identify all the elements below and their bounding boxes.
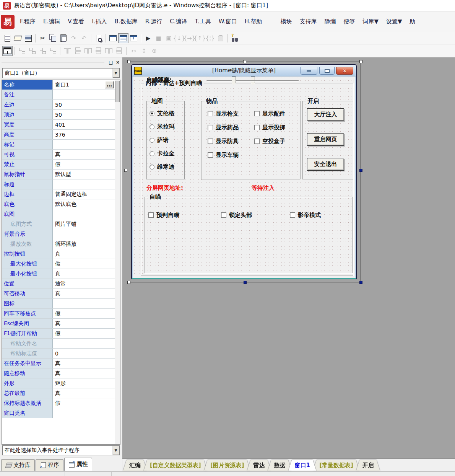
toolbar-icon[interactable] — [106, 34, 106, 42]
open-file-icon[interactable] — [13, 33, 23, 43]
property-row[interactable]: 鼠标指针 默认型 … — [2, 170, 115, 179]
run-icon[interactable]: ▶ — [143, 33, 153, 43]
property-row[interactable]: 图标 … — [2, 299, 115, 309]
document-tab[interactable]: [自定义数据类型表] — [144, 460, 207, 471]
property-row[interactable]: 外形 矩形 … — [2, 378, 115, 388]
toolbar-icon[interactable] — [141, 34, 141, 42]
property-row[interactable]: 帮助文件名 … — [2, 339, 115, 349]
cut-icon[interactable]: ✂ — [37, 33, 48, 43]
map-radio-option[interactable]: 维寒迪 — [150, 163, 174, 170]
toolbar-icon[interactable] — [15, 47, 15, 55]
launch-button[interactable]: 重启网页 — [307, 133, 344, 146]
document-tab[interactable]: 雷达 — [247, 460, 271, 471]
property-row[interactable]: 窗口类名 … — [2, 408, 115, 418]
center-horizontal-icon[interactable] — [62, 46, 73, 56]
resize-handle[interactable] — [244, 281, 247, 284]
chevron-down-icon[interactable]: ▼ — [112, 446, 119, 455]
tab-support-library[interactable]: 支持库 — [1, 459, 35, 471]
map-radio-option[interactable]: 卡拉金 — [150, 150, 174, 157]
align-bottom-icon[interactable] — [48, 46, 58, 56]
toolbar-icon[interactable] — [227, 34, 228, 42]
step-out-icon[interactable]: {↑} — [195, 33, 205, 43]
distribute-vertical-icon[interactable] — [93, 46, 104, 56]
property-row[interactable]: Esc键关闭 真 … — [2, 319, 115, 329]
designed-form[interactable]: PUBG [Home键/隐藏显示菜单] 内部：雷达+预判自瞄 地图 — [131, 64, 357, 279]
document-tab[interactable]: [图片资源表] — [204, 460, 250, 471]
item-checkbox[interactable]: 空投盒子 — [254, 138, 285, 145]
item-checkbox[interactable]: 显示防具 — [208, 138, 239, 145]
property-row[interactable]: 顶边 50 … — [2, 110, 115, 120]
align-middle-icon[interactable] — [83, 46, 93, 56]
search-binoculars-icon[interactable] — [230, 33, 240, 43]
paste-icon[interactable] — [58, 33, 68, 43]
menu-item[interactable]: W.窗口 — [215, 16, 241, 28]
property-row[interactable]: 播放次数 循环播放 … — [2, 239, 115, 249]
property-row[interactable]: 在任务条中显示 真 … — [2, 359, 115, 368]
document-tab[interactable]: [常量数据表] — [313, 460, 359, 471]
save-icon[interactable] — [23, 33, 33, 43]
aim-checkbox[interactable]: 锁定头部 — [221, 212, 252, 218]
property-row[interactable]: 回车下移焦点 假 … — [2, 309, 115, 319]
document-tab[interactable]: 数据 — [268, 460, 291, 471]
menu-item[interactable]: R.运行 — [141, 16, 166, 28]
launch-button[interactable]: 大厅注入 — [307, 108, 344, 121]
chevron-down-icon[interactable]: ▼ — [112, 68, 119, 78]
property-row[interactable]: 最大化按钮 假 … — [2, 259, 115, 269]
map-radio-option[interactable]: 米拉玛 — [150, 123, 174, 130]
layout-full-icon[interactable] — [108, 33, 118, 43]
property-grid-scrollbar[interactable] — [115, 80, 120, 444]
property-row[interactable]: F1键打开帮助 假 … — [2, 329, 115, 339]
property-row[interactable]: 位置 通常 … — [2, 279, 115, 289]
property-row[interactable]: 可视 真 … — [2, 150, 115, 160]
minimize-button[interactable] — [301, 67, 317, 75]
resize-handle[interactable] — [359, 169, 362, 172]
menu-item[interactable]: 助 — [406, 16, 419, 28]
scrollbar-thumb[interactable] — [115, 81, 120, 102]
run-to-cursor-icon[interactable]: {¦} — [205, 33, 215, 43]
layout-split-icon[interactable] — [118, 33, 128, 43]
property-row[interactable]: 名称 窗口1 … — [2, 80, 115, 90]
align-left-icon[interactable] — [17, 46, 27, 56]
property-row[interactable]: 备注 … — [2, 90, 115, 100]
property-row[interactable]: 标题 … — [2, 179, 115, 189]
property-row[interactable]: 高度 376 … — [2, 130, 115, 140]
resize-handle[interactable] — [127, 60, 130, 63]
same-width-icon[interactable]: ↔ — [128, 46, 139, 56]
align-top-icon[interactable] — [37, 46, 48, 56]
find-icon[interactable] — [93, 33, 104, 43]
align-right-icon[interactable] — [27, 46, 37, 56]
panel-drag-handle[interactable] — [2, 62, 104, 63]
menu-item[interactable]: E.编辑 — [39, 16, 64, 28]
resize-handle[interactable] — [359, 60, 362, 63]
toolbar-icon[interactable] — [126, 47, 127, 55]
item-checkbox[interactable]: 显示药品 — [208, 124, 239, 131]
document-tab[interactable]: 窗口1 — [288, 460, 316, 471]
property-row[interactable]: 控制按钮 真 … — [2, 249, 115, 259]
object-selector[interactable]: 窗口1（窗口） ▼ — [2, 68, 120, 78]
redo-icon[interactable]: ↷ — [68, 33, 79, 43]
menu-item[interactable]: 支持库 — [296, 16, 320, 28]
panel-maximize-button[interactable]: □ — [107, 59, 114, 66]
layout-bottom-icon[interactable] — [128, 33, 139, 43]
event-selector[interactable]: 在此处选择加入事件处理子程序 ▼ — [2, 445, 120, 455]
property-row[interactable]: 总在最前 真 … — [2, 388, 115, 398]
toolbar-icon[interactable] — [35, 34, 36, 42]
property-row[interactable]: 底图方式 图片平铺 … — [2, 219, 115, 229]
copy-icon[interactable] — [48, 33, 58, 43]
ellipsis-button[interactable]: … — [105, 81, 114, 88]
menu-item[interactable]: 词库▼ — [359, 16, 382, 28]
property-row[interactable]: 宽度 401 … — [2, 120, 115, 130]
item-checkbox[interactable]: 显示车辆 — [208, 152, 239, 158]
form-titlebar[interactable]: PUBG [Home键/隐藏显示菜单] — [132, 65, 356, 77]
menu-item[interactable]: 静编 — [320, 16, 340, 28]
space-down-icon[interactable] — [114, 46, 124, 56]
map-radio-option[interactable]: 萨诺 — [150, 137, 174, 143]
property-row[interactable]: 帮助标志值 0 … — [2, 349, 115, 359]
menu-item[interactable]: 设置▼ — [382, 16, 406, 28]
same-height-icon[interactable]: ↕ — [139, 46, 149, 56]
resize-handle[interactable] — [127, 281, 130, 284]
slider-track[interactable] — [207, 80, 299, 81]
property-row[interactable]: 底图 … — [2, 209, 115, 219]
property-row[interactable]: 可否移动 真 … — [2, 289, 115, 299]
form-designer-canvas[interactable]: PUBG [Home键/隐藏显示菜单] 内部：雷达+预判自瞄 地图 — [122, 57, 455, 458]
